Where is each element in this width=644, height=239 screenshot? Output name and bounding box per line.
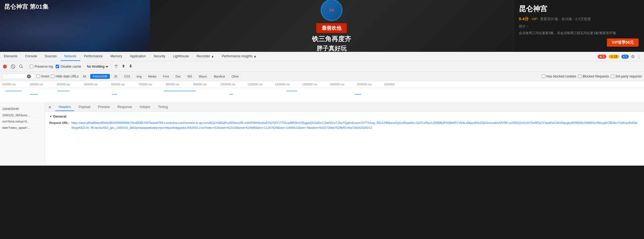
blocked-requests-checkbox[interactable] <box>578 74 582 78</box>
tab-network[interactable]: Network <box>61 52 80 61</box>
tab-performance[interactable]: Performance <box>80 52 107 61</box>
download-icon[interactable] <box>128 64 133 69</box>
filter-img-btn[interactable]: Img <box>134 74 144 79</box>
timeline-mark-13: 1500000 ms <box>357 83 384 86</box>
show-score: 8.4分 <box>519 16 529 21</box>
detail-tab-payload[interactable]: Payload <box>75 103 94 111</box>
request-item-4[interactable]: date?video_appid=... <box>0 125 45 131</box>
warn-count: 13 <box>614 55 617 58</box>
third-party-checkbox[interactable] <box>611 74 614 78</box>
disable-cache-label[interactable]: Disable cache <box>56 65 81 68</box>
tab-application[interactable]: Application <box>126 52 150 61</box>
tab-sources[interactable]: Sources <box>41 52 61 61</box>
wifi-icon[interactable] <box>114 64 119 69</box>
tencent-logo-area: 最善欢他 <box>316 0 347 33</box>
clear-icon[interactable] <box>10 64 16 69</box>
preserve-log-label[interactable]: Preserve log <box>30 65 53 68</box>
tab-elements[interactable]: Elements <box>0 52 21 61</box>
timeline-mark-12: 1400000 ms <box>329 83 357 86</box>
tab-icons: ⊗ 2 ⚠ 13 ℹ 3 ⚙ ⋮ <box>598 54 644 59</box>
timeline-mark-14: 1600000 <box>384 83 411 86</box>
vip-button[interactable]: VIP首季50元 <box>607 38 639 47</box>
error-badge: ⊗ 2 <box>598 55 606 59</box>
filter-ws-btn[interactable]: WS <box>185 74 195 79</box>
error-count: 2 <box>603 55 604 58</box>
invert-checkbox[interactable] <box>37 74 40 78</box>
detail-panel: ✕ Headers Payload Preview Response Initi… <box>45 103 644 166</box>
throttle-dropdown[interactable]: No throttling <box>86 64 109 69</box>
has-blocked-cookies-text: Has blocked cookies <box>546 74 576 78</box>
filter-wasm-btn[interactable]: Wasm <box>196 74 210 79</box>
settings-icon[interactable]: ⚙ <box>631 54 635 59</box>
filter-js-btn[interactable]: JS <box>112 74 120 79</box>
svg-point-3 <box>20 65 22 67</box>
detail-close-button[interactable]: ✕ <box>47 104 53 110</box>
detail-tab-preview[interactable]: Preview <box>95 103 113 111</box>
filter-font-btn[interactable]: Font <box>161 74 171 79</box>
filter-manifest-btn[interactable]: Manifest <box>211 74 228 79</box>
disable-cache-text: Disable cache <box>61 65 81 68</box>
record-icon[interactable] <box>2 64 8 69</box>
detail-tab-timing[interactable]: Timing <box>155 103 171 111</box>
timeline-mark-6: 800000 ms <box>166 83 193 86</box>
filter-media-btn[interactable]: Media <box>146 74 159 79</box>
search-icon[interactable] <box>19 64 24 69</box>
has-blocked-cookies-checkbox[interactable] <box>542 74 545 78</box>
tab-memory[interactable]: Memory <box>107 52 126 61</box>
timeline-mark-9: 1100000 ms <box>248 83 275 86</box>
show-title-2: 铁三角再度齐 <box>312 35 351 43</box>
filter-css-btn[interactable]: CSS <box>122 74 133 79</box>
request-item-2[interactable]: 1000102_0b53yea... <box>0 112 45 118</box>
tab-security[interactable]: Security <box>150 52 169 61</box>
svg-marker-5 <box>122 64 125 68</box>
right-info-panel: 昆仑神宫 8.4分 · VIP · 更新至07集 · 全16集 · 2.5万热度… <box>513 0 644 52</box>
filter-other-btn[interactable]: Other <box>229 74 242 79</box>
timeline-waterfall <box>0 88 644 103</box>
preserve-log-checkbox[interactable] <box>30 65 33 68</box>
detail-content: General Request URL: https://apd-af0ad8e… <box>45 112 644 166</box>
timeline-mark-2: 400000 ms <box>57 83 84 86</box>
detail-tab-headers[interactable]: Headers <box>55 103 74 111</box>
tab-console[interactable]: Console <box>21 52 41 61</box>
has-blocked-cookies-label[interactable]: Has blocked cookies <box>542 74 576 78</box>
upload-icon[interactable] <box>121 64 126 69</box>
waterfall-dots <box>0 88 644 103</box>
filter-input[interactable] <box>4 74 26 78</box>
filter-clear-button[interactable]: ✕ <box>27 74 31 78</box>
tab-lighthouse[interactable]: Lighthouse <box>169 52 193 61</box>
tab-recorder[interactable]: Recorder ▲ <box>193 52 218 61</box>
hide-data-urls-checkbox[interactable] <box>51 74 55 78</box>
throttle-select[interactable]: No throttling <box>84 64 111 70</box>
third-party-label[interactable]: 3rd-party requests <box>611 74 642 78</box>
timeline-mark-1: 300000 ms <box>29 83 57 86</box>
filter-fetchxhr-btn[interactable]: Fetch/XHR <box>90 74 110 79</box>
show-meta: 8.4分 · VIP · 更新至07集 · 全16集 · 2.5万热度 <box>519 16 639 22</box>
filter-all-btn[interactable]: All <box>80 74 89 79</box>
request-item-1[interactable]: 1664635440 <box>0 106 45 112</box>
detail-tab-response[interactable]: Response <box>114 103 135 111</box>
toolbar-separator <box>27 64 27 69</box>
timeline-ruler: 200000 ms 300000 ms 400000 ms 500000 ms … <box>0 81 644 88</box>
timeline-mark-11: 1300000 ms <box>302 83 329 86</box>
tab-performance-insights[interactable]: Performance insights ▲ <box>218 52 261 61</box>
disable-cache-checkbox[interactable] <box>56 65 59 68</box>
timeline-mark-10: 1200000 ms <box>275 83 302 86</box>
more-options-icon[interactable]: ⋮ <box>637 54 641 59</box>
request-item-0[interactable] <box>0 103 45 106</box>
filter-doc-btn[interactable]: Doc <box>173 74 183 79</box>
invert-text: Invert <box>41 74 49 78</box>
svg-line-4 <box>22 67 23 68</box>
vip-label: VIP <box>532 17 537 21</box>
invert-label[interactable]: Invert <box>37 74 49 78</box>
request-item-3[interactable]: nce?dnsLookup=0... <box>0 118 45 125</box>
video-panel: 昆仑神宫 第01集 <box>0 0 150 52</box>
bottom-panel: 1664635440 1000102_0b53yea... nce?dnsLoo… <box>0 103 644 166</box>
detail-tab-initiator[interactable]: Initiator <box>136 103 154 111</box>
warn-icon: ⚠ <box>610 55 613 58</box>
timeline-mark-4: 600000 ms <box>111 83 139 86</box>
info-icon: ℹ <box>623 55 624 58</box>
request-url-label: Request URL: <box>49 121 69 130</box>
tencent-banner: 最善欢他 <box>316 23 347 33</box>
blocked-requests-label[interactable]: Blocked Requests <box>578 74 609 78</box>
hide-data-urls-label[interactable]: Hide data URLs <box>51 74 79 78</box>
